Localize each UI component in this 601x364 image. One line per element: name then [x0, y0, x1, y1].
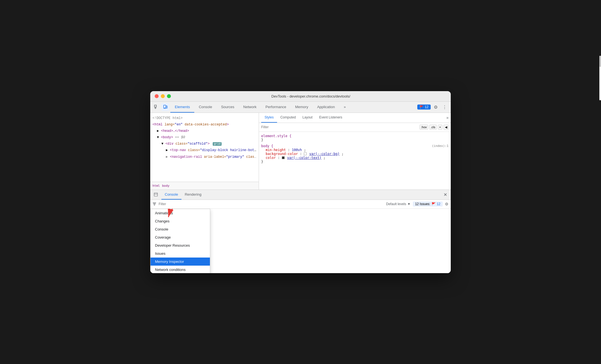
styles-panel: Styles Computed Layout Event Listeners »… — [259, 113, 451, 190]
console-settings-button[interactable]: ⚙ — [445, 202, 449, 206]
issues-flag: 🚩 — [432, 202, 436, 206]
bottom-dock-icon[interactable] — [152, 191, 159, 198]
add-style-button[interactable]: + — [438, 125, 442, 130]
css-closing-body: } — [261, 160, 449, 164]
top-toolbar: Elements Console Sources Network Perform… — [150, 102, 451, 113]
breadcrumb-body[interactable]: body — [162, 184, 170, 188]
traffic-lights — [155, 94, 171, 98]
issues-count-bar[interactable]: 12 Issues: 🚩 12 — [413, 202, 443, 207]
dom-tree[interactable]: <!DOCTYPE html> <html lang="en" data-coo… — [150, 113, 259, 182]
devtools-body: Elements Console Sources Network Perform… — [150, 102, 451, 273]
issues-badge[interactable]: 🚩 12 — [417, 105, 431, 110]
breadcrumb-html[interactable]: html — [152, 184, 160, 188]
dom-line-head[interactable]: ▶ <head>…</head> — [150, 128, 259, 134]
title-bar: DevTools - developer.chrome.com/docs/dev… — [150, 91, 451, 102]
bottom-tab-bar: Console Rendering ✕ — [150, 190, 451, 200]
dom-line-body[interactable]: ▼ <body> == $0 — [150, 134, 259, 141]
issues-label: 12 Issues: — [415, 202, 430, 206]
svg-rect-10 — [154, 205, 155, 205]
menu-item-changes[interactable]: Changes — [151, 217, 210, 225]
svg-rect-6 — [154, 193, 157, 196]
tab-event-listeners[interactable]: Event Listeners — [316, 113, 346, 123]
grid-badge: grid — [213, 142, 222, 146]
dom-line-html[interactable]: <html lang="en" data-cookies-accepted> — [150, 122, 259, 128]
console-filter-bar: Default levels ▼ 12 Issues: 🚩 12 ⚙ — [150, 200, 451, 209]
css-rule-body: body { (index):1 min-height : 100vh ; ba… — [261, 144, 449, 164]
menu-item-coverage[interactable]: Coverage — [151, 233, 210, 241]
device-toolbar-button[interactable] — [161, 103, 169, 111]
more-options-button[interactable]: ⋮ — [441, 103, 449, 111]
css-property-background-color: background-color : var(--color-bg) ; — [261, 152, 449, 156]
menu-item-console[interactable]: Console — [151, 225, 210, 233]
toolbar-right: 🚩 12 ⚙ ⋮ — [417, 103, 449, 111]
minimize-button[interactable] — [161, 94, 165, 98]
css-property-min-height: min-height : 100vh ; — [261, 148, 449, 152]
issues-count-bottom: 12 — [437, 202, 440, 206]
menu-item-memory-inspector[interactable]: Memory Inspector — [151, 258, 210, 266]
tab-performance[interactable]: Performance — [261, 102, 290, 113]
tab-rendering-bottom[interactable]: Rendering — [181, 190, 205, 200]
styles-filter-input[interactable] — [261, 125, 417, 129]
dom-line-doctype: <!DOCTYPE html> — [150, 115, 259, 122]
bottom-panel: Console Rendering ✕ Default levels ▼ 12 … — [150, 190, 451, 273]
issues-count: 12 — [425, 105, 428, 109]
inspect-element-button[interactable] — [152, 103, 160, 111]
tab-console-bottom[interactable]: Console — [161, 190, 181, 200]
menu-item-developer-resources[interactable]: Developer Resources — [151, 241, 210, 249]
close-bottom-panel-button[interactable]: ✕ — [442, 191, 449, 198]
close-button[interactable] — [155, 94, 159, 98]
styles-filter-bar: :hov .cls + ◀ — [259, 123, 451, 132]
console-filter-input[interactable] — [159, 202, 384, 206]
breadcrumb-bar: html body — [150, 182, 259, 190]
filter-icon — [152, 202, 156, 206]
css-selector-body: body { (index):1 — [261, 144, 449, 148]
window-title: DevTools - developer.chrome.com/docs/dev… — [175, 94, 446, 98]
cls-button[interactable]: .cls — [429, 125, 437, 130]
maximize-button[interactable] — [167, 94, 171, 98]
main-tab-bar: Elements Console Sources Network Perform… — [170, 102, 416, 113]
tab-sources[interactable]: Sources — [217, 102, 239, 113]
tab-memory[interactable]: Memory — [291, 102, 313, 113]
tab-more[interactable]: » — [339, 102, 350, 113]
styles-tab-more[interactable]: » — [446, 115, 449, 120]
menu-item-issues[interactable]: Issues — [151, 249, 210, 258]
element-state-button[interactable]: ◀ — [444, 125, 449, 130]
tab-computed[interactable]: Computed — [277, 113, 299, 123]
tab-elements[interactable]: Elements — [170, 102, 194, 113]
color-swatch[interactable] — [304, 152, 307, 155]
menu-item-animations[interactable]: Animations — [151, 209, 210, 217]
console-levels: Default levels ▼ — [386, 202, 411, 206]
drawer-dropdown-menu[interactable]: Animations Changes Console Coverage Deve… — [150, 209, 210, 273]
color-swatch-text[interactable] — [282, 156, 285, 159]
devtools-window: DevTools - developer.chrome.com/docs/dev… — [150, 91, 451, 273]
menu-item-network-conditions[interactable]: Network conditions — [151, 266, 210, 273]
css-source: (index):1 — [432, 144, 449, 148]
tab-console[interactable]: Console — [194, 102, 217, 113]
css-rule-element-style: element.style { } — [261, 134, 449, 142]
tab-network[interactable]: Network — [239, 102, 261, 113]
styles-content[interactable]: element.style { } body { (index):1 min-h… — [259, 132, 451, 190]
styles-tab-bar: Styles Computed Layout Event Listeners » — [259, 113, 451, 123]
dom-line-nav-rail[interactable]: ▶ <navigation-rail aria-label="primary" … — [150, 154, 259, 160]
filter-actions: :hov .cls + ◀ — [420, 125, 449, 130]
dom-line-div-scaffold[interactable]: ▼ <div class="scaffold"> grid — [150, 141, 259, 147]
tab-application[interactable]: Application — [313, 102, 340, 113]
svg-rect-8 — [153, 203, 156, 203]
css-selector-element: element.style { — [261, 134, 449, 138]
tab-layout[interactable]: Layout — [299, 113, 316, 123]
levels-dropdown-arrow[interactable]: ▼ — [407, 202, 411, 206]
css-property-color: color : var(--color-text) ; — [261, 156, 449, 160]
issues-icon: 🚩 — [420, 105, 424, 109]
svg-rect-4 — [166, 106, 167, 108]
css-color-text-link[interactable]: var(--color-text) — [287, 156, 321, 160]
settings-button[interactable]: ⚙ — [432, 103, 440, 111]
dom-panel: <!DOCTYPE html> <html lang="en" data-coo… — [150, 113, 259, 190]
css-closing: } — [261, 138, 449, 142]
default-levels-label[interactable]: Default levels — [386, 202, 406, 206]
main-content: <!DOCTYPE html> <html lang="en" data-coo… — [150, 113, 451, 190]
svg-rect-9 — [153, 204, 156, 204]
hov-button[interactable]: :hov — [420, 125, 428, 130]
tab-styles[interactable]: Styles — [261, 113, 277, 123]
svg-rect-0 — [154, 105, 156, 107]
dom-line-top-nav[interactable]: ▶ <top-nav class="display-block hairline… — [150, 147, 259, 154]
